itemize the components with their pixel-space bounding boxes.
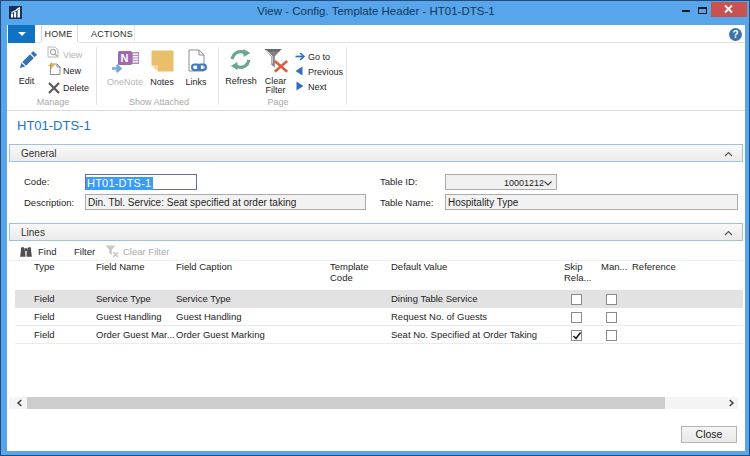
svg-text:N: N	[121, 52, 129, 64]
